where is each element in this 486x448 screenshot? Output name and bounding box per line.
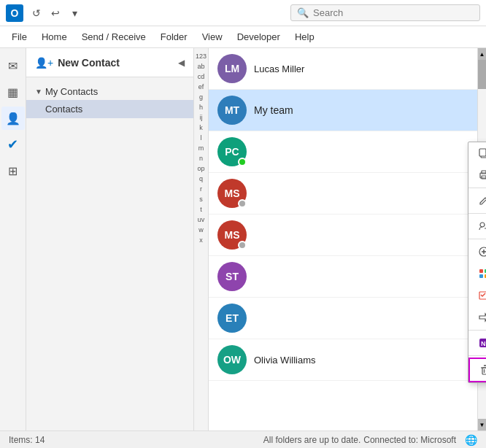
avatar: ET [217, 304, 247, 333]
alpha-h[interactable]: h [199, 102, 203, 112]
alpha-s[interactable]: s [199, 194, 203, 204]
menu-send-receive[interactable]: Send / Receive [74, 28, 153, 45]
connected-status: Connected to: Microsoft [363, 435, 456, 445]
scroll-down-button[interactable]: ▼ [478, 419, 486, 430]
menu-file[interactable]: File [4, 28, 34, 45]
contact-scroll[interactable]: LM Lucas Miller MT My team PC MS [209, 48, 486, 430]
search-input[interactable] [313, 7, 474, 18]
ctx-categorize[interactable]: Categorize › [468, 263, 486, 285]
alpha-cd[interactable]: cd [198, 72, 205, 82]
ctx-quick-print[interactable]: Quick Print [468, 164, 486, 186]
alpha-q[interactable]: q [199, 174, 203, 184]
sidebar-item-notes[interactable]: ⊞ [1, 159, 25, 182]
ctx-move[interactable]: Move › [468, 306, 486, 328]
alpha-r[interactable]: r [200, 184, 202, 194]
categorize-icon [477, 267, 486, 280]
nav-panel: 👤+ New Contact ◀ ▼ My Contacts Contacts [26, 48, 194, 430]
alpha-123[interactable]: 123 [196, 51, 207, 61]
search-box[interactable]: 🔍 [290, 4, 480, 21]
contact-item-pc[interactable]: PC [209, 131, 486, 173]
nav-item-contacts[interactable]: Contacts [26, 100, 193, 118]
contact-name: Lucas Miller [254, 63, 304, 74]
alpha-t[interactable]: t [200, 204, 202, 215]
alpha-uv[interactable]: uv [198, 215, 205, 225]
ctx-edit-contact[interactable]: Edit Contact [468, 190, 486, 212]
app-logo: O [6, 4, 23, 22]
undo-icon[interactable]: ↩ [48, 6, 63, 20]
contact-name: My team [254, 104, 293, 116]
menu-help[interactable]: Help [288, 28, 322, 45]
my-contacts-header[interactable]: ▼ My Contacts [26, 83, 193, 100]
svg-rect-1 [479, 149, 486, 156]
title-bar-icons: ↺ ↩ ▾ [29, 6, 82, 20]
dropdown-icon[interactable]: ▾ [67, 6, 82, 20]
contact-item-ow[interactable]: OW Olivia Williams [209, 339, 486, 381]
new-contact-icon: 👤+ [35, 57, 53, 69]
ctx-forward-contact[interactable]: Forward Contact › [468, 215, 486, 237]
ctx-separator-4 [468, 330, 486, 331]
svg-rect-11 [479, 274, 483, 278]
contact-item[interactable]: LM Lucas Miller [209, 48, 486, 90]
ctx-create[interactable]: Create › [468, 241, 486, 263]
alpha-op[interactable]: op [197, 163, 204, 174]
contact-item-et[interactable]: ET [209, 298, 486, 339]
scroll-up-button[interactable]: ▲ [478, 48, 486, 60]
context-menu: Copy Quick Print Edit Contact [468, 142, 486, 383]
contact-item-ms1[interactable]: MS [209, 173, 486, 215]
section-label: My Contacts [45, 86, 98, 97]
contact-name: Olivia Williams [254, 355, 316, 366]
sidebar-item-contacts[interactable]: 👤 [1, 107, 25, 130]
svg-point-5 [480, 223, 485, 227]
svg-rect-9 [479, 269, 483, 273]
sidebar-item-calendar[interactable]: ▦ [1, 80, 25, 104]
sync-status: All folders are up to date. [263, 435, 360, 445]
ctx-separator-2 [468, 213, 486, 214]
svg-text:N: N [481, 340, 486, 347]
sidebar-item-mail[interactable]: ✉ [1, 54, 25, 77]
ctx-copy[interactable]: Copy [468, 142, 486, 164]
ctx-send-onenote[interactable]: N Send to OneNote [468, 332, 486, 354]
create-icon [477, 245, 486, 258]
alpha-w[interactable]: w [198, 225, 204, 235]
menu-home[interactable]: Home [34, 28, 74, 45]
refresh-icon[interactable]: ↺ [29, 6, 44, 20]
avatar: LM [217, 54, 247, 83]
avatar: PC [217, 137, 247, 166]
nav-section: ▼ My Contacts Contacts [26, 77, 193, 124]
ctx-separator-1 [468, 188, 486, 188]
alpha-ef[interactable]: ef [198, 82, 204, 92]
items-count: Items: 14 [9, 435, 45, 445]
alpha-ij[interactable]: ij [200, 112, 203, 123]
ctx-delete[interactable]: Delete [468, 358, 486, 382]
main-area: ✉ ▦ 👤 ✔ ⊞ 👤+ New Contact ◀ ▼ My Contacts… [0, 48, 486, 430]
menu-view[interactable]: View [195, 28, 230, 45]
alpha-n[interactable]: n [199, 153, 203, 163]
onenote-icon: N [477, 336, 486, 349]
ctx-follow-up[interactable]: Follow Up › [468, 285, 486, 306]
alpha-k[interactable]: k [199, 123, 203, 133]
follow-up-icon [477, 289, 486, 302]
nav-header-title: New Contact [58, 57, 120, 69]
sidebar-item-tasks[interactable]: ✔ [1, 133, 25, 156]
alpha-g[interactable]: g [199, 92, 203, 102]
menu-developer[interactable]: Developer [230, 28, 288, 45]
alpha-l[interactable]: l [201, 133, 202, 143]
search-icon: 🔍 [297, 7, 309, 18]
alpha-m[interactable]: m [198, 143, 204, 153]
contact-item-ms2[interactable]: MS [209, 215, 486, 256]
alpha-x[interactable]: x [199, 235, 203, 245]
menu-bar: File Home Send / Receive Folder View Dev… [0, 26, 486, 48]
contact-item-my-team[interactable]: MT My team [209, 90, 486, 131]
sidebar: ✉ ▦ 👤 ✔ ⊞ [0, 48, 26, 430]
menu-folder[interactable]: Folder [153, 28, 195, 45]
contact-list: LM Lucas Miller MT My team PC MS [209, 48, 486, 430]
avatar-badge [238, 241, 247, 250]
alpha-ab[interactable]: ab [197, 61, 204, 72]
scroll-thumb[interactable] [478, 60, 486, 89]
nav-collapse-button[interactable]: ◀ [178, 58, 185, 68]
contact-item-st[interactable]: ST [209, 256, 486, 298]
globe-icon: 🌐 [465, 434, 477, 446]
ctx-separator-5 [468, 355, 486, 356]
forward-contact-icon [477, 220, 486, 233]
section-arrow: ▼ [35, 88, 42, 96]
